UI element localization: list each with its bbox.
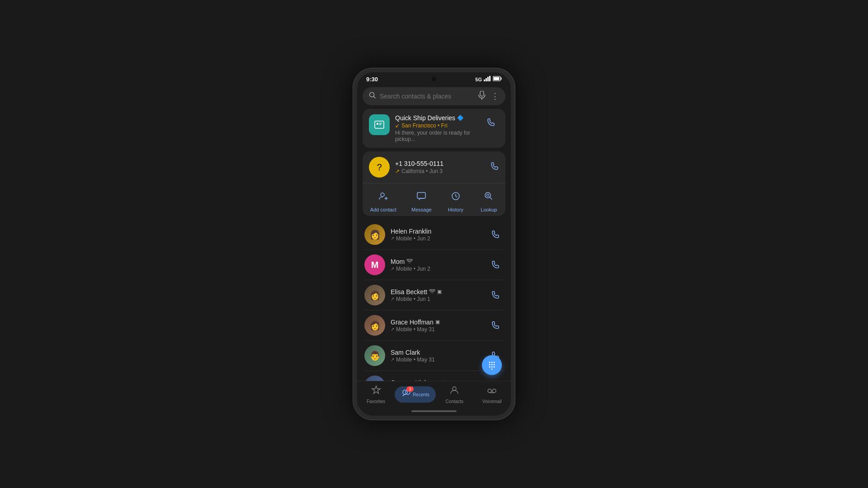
svg-point-25 [489, 364, 491, 366]
5g-icon: 5G [475, 77, 482, 82]
search-bar[interactable]: ⋮ [363, 87, 505, 105]
svg-point-28 [489, 366, 491, 368]
contact-item-helen[interactable]: 👩 Helen Franklin ↗ Mobile • Jun 2 [357, 220, 511, 249]
mom-name: Mom [391, 258, 482, 265]
svg-point-29 [491, 366, 493, 368]
lookup-icon [480, 187, 498, 205]
wifi-icon [406, 258, 413, 265]
sim-icon2: ▣ [435, 319, 440, 325]
recents-badge: 3 [406, 386, 414, 392]
contacts-label: Contacts [446, 399, 463, 404]
outgoing-arrow-icon: ↗ [391, 236, 394, 241]
quick-actions-row: Add contact Message Histor [363, 183, 505, 216]
svg-rect-5 [501, 78, 502, 80]
svg-rect-9 [480, 91, 484, 96]
sam-detail: ↗ Mobile • May 31 [391, 357, 482, 363]
mom-call-button[interactable] [487, 257, 504, 273]
history-action[interactable]: History [447, 187, 465, 212]
grace-content: Grace Hoffman ▣ ↗ Mobile • May 31 [391, 319, 482, 333]
recents-label: Recents [413, 392, 429, 397]
elisa-call-button[interactable] [487, 287, 504, 303]
unknown-number-avatar: ? [369, 157, 390, 178]
helen-detail: ↗ Mobile • Jun 2 [391, 235, 482, 242]
search-icon [369, 92, 376, 101]
quick-ship-avatar [369, 114, 390, 135]
home-indicator [357, 407, 511, 416]
more-options-icon[interactable]: ⋮ [491, 91, 499, 101]
nav-voicemail[interactable]: Voicemail [473, 385, 511, 404]
svg-point-22 [489, 362, 491, 363]
helen-name: Helen Franklin [391, 228, 482, 235]
add-contact-label: Add contact [370, 207, 396, 212]
mom-content: Mom ↗ Mobile • Jun 2 [391, 258, 482, 272]
outgoing-arrow-icon2: ↗ [391, 266, 394, 271]
gregory-call-button[interactable] [487, 378, 504, 381]
bottom-navigation: Favorites 3 Recents Contacts [357, 381, 511, 407]
sam-avatar: 👨 [364, 345, 385, 366]
home-bar [411, 410, 457, 412]
helen-call-button[interactable] [487, 226, 504, 243]
recents-pill: 3 Recents [395, 386, 436, 403]
message-icon [412, 187, 430, 205]
mom-detail: ↗ Mobile • Jun 2 [391, 266, 482, 272]
contact-item-elisa[interactable]: 👩 Elisa Beckett ▣ ↗ Mobile • Jun 1 [357, 280, 511, 310]
quick-ship-card[interactable]: Quick Ship Deliveries 🔷 ↙ San Francisco … [363, 109, 505, 148]
elisa-avatar: 👩 [364, 285, 385, 305]
helen-avatar: 👩 [364, 224, 385, 245]
svg-point-27 [494, 364, 495, 366]
phone-screen: 9:30 5G [357, 72, 511, 416]
sam-content: Sam Clark ↗ Mobile • May 31 [391, 349, 482, 363]
voicemail-label: Voicemail [482, 399, 502, 404]
status-time: 9:30 [366, 76, 378, 83]
history-icon [447, 187, 465, 205]
svg-point-23 [491, 362, 493, 363]
signal-bars-icon [484, 76, 491, 83]
verified-icon: 🔷 [457, 115, 464, 121]
scroll-area[interactable]: ⋮ Quick Ship Deliveries 🔷 ↙ San Francisc… [357, 84, 511, 381]
contact-item-grace[interactable]: 👩 Grace Hoffman ▣ ↗ Mobile • May 31 [357, 310, 511, 340]
contacts-icon [449, 385, 459, 398]
svg-line-8 [374, 97, 376, 99]
quick-ship-call-button[interactable] [483, 114, 499, 131]
sam-name: Sam Clark [391, 349, 482, 356]
phone-number-title: +1 310-555-0111 [395, 160, 485, 167]
lookup-action[interactable]: Lookup [480, 187, 498, 212]
voicemail-icon [487, 385, 497, 398]
elisa-name: Elisa Beckett ▣ [391, 288, 482, 296]
elisa-content: Elisa Beckett ▣ ↗ Mobile • Jun 1 [391, 288, 482, 302]
nav-contacts[interactable]: Contacts [436, 385, 473, 404]
elisa-detail: ↗ Mobile • Jun 1 [391, 296, 482, 302]
unknown-number-call-button[interactable] [490, 162, 499, 173]
message-label: Message [411, 207, 432, 212]
favorites-label: Favorites [367, 399, 385, 404]
nav-favorites[interactable]: Favorites [357, 385, 395, 404]
svg-rect-18 [417, 192, 425, 198]
svg-point-15 [381, 193, 384, 197]
outgoing-arrow-icon4: ↗ [391, 327, 394, 332]
float-dialpad-button[interactable] [482, 355, 502, 375]
grace-avatar: 👩 [364, 315, 385, 336]
search-input[interactable] [380, 93, 475, 100]
phone-number-item[interactable]: ? +1 310-555-0111 ↗ California • Jun 3 [363, 151, 505, 183]
battery-icon [493, 76, 502, 83]
nav-recents[interactable]: 3 Recents [395, 386, 436, 403]
mic-icon[interactable] [478, 91, 486, 102]
message-action[interactable]: Message [411, 187, 432, 212]
phone-device: 9:30 5G [353, 68, 515, 420]
grace-name: Grace Hoffman ▣ [391, 319, 482, 326]
contact-item-mom[interactable]: M Mom ↗ Mobile • Jun 2 [357, 250, 511, 280]
quick-ship-subtitle: ↙ San Francisco • Fri [395, 122, 477, 129]
add-contact-action[interactable]: Add contact [370, 187, 396, 212]
history-label: History [448, 207, 463, 212]
quick-ship-title: Quick Ship Deliveries 🔷 [395, 114, 477, 122]
wifi-icon2 [429, 289, 435, 295]
quick-ship-message: Hi there, your order is ready for pickup… [395, 130, 477, 142]
sim-icon: ▣ [437, 289, 442, 295]
phone-number-content: +1 310-555-0111 ↗ California • Jun 3 [395, 160, 485, 174]
svg-rect-1 [486, 78, 487, 81]
favorites-icon [371, 385, 381, 398]
svg-rect-6 [494, 77, 500, 80]
svg-point-36 [492, 389, 496, 393]
grace-call-button[interactable] [487, 317, 504, 333]
camera-cutout [432, 77, 436, 81]
